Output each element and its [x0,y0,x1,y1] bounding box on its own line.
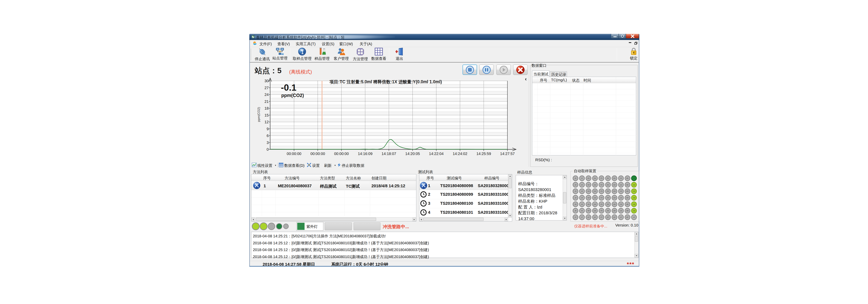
svg-text:E1: E1 [607,177,609,179]
svg-text:E5: E5 [607,203,609,205]
svg-text:I4: I4 [581,197,583,199]
svg-text:A5: A5 [633,203,635,205]
svg-text:H3: H3 [587,190,590,192]
svg-text:14:27:57: 14:27:57 [500,151,515,156]
svg-text:A1: A1 [633,177,635,179]
svg-text:A2: A2 [633,184,635,186]
svg-text:C7: C7 [620,216,622,218]
svg-text:E4: E4 [607,197,609,199]
svg-text:F3: F3 [600,190,602,192]
svg-text:B7: B7 [626,216,629,218]
svg-text:I7: I7 [581,216,583,218]
svg-text:J5: J5 [575,203,577,205]
svg-text:ppm(CO2): ppm(CO2) [281,93,304,98]
svg-text:F5: F5 [600,203,602,205]
svg-text:F4: F4 [600,197,602,199]
svg-text:14:25:59: 14:25:59 [476,151,491,156]
svg-text:H1: H1 [587,177,590,179]
svg-text:E6: E6 [607,210,609,212]
svg-text:C5: C5 [620,203,622,205]
svg-text:B1: B1 [626,177,628,179]
svg-text:J4: J4 [575,197,577,199]
svg-text:F2: F2 [600,184,602,186]
svg-text:D4: D4 [613,197,616,199]
svg-text:I2: I2 [581,184,583,186]
svg-text:B2: B2 [626,184,628,186]
svg-text:B5: B5 [626,203,629,205]
svg-text:E3: E3 [607,190,609,192]
svg-text:00:00:00: 00:00:00 [287,151,301,156]
svg-text:B4: B4 [626,197,628,199]
svg-text:G2: G2 [594,184,596,186]
svg-text:00:00:00: 00:00:00 [334,151,349,156]
svg-text:G3: G3 [594,190,596,192]
svg-text:H4: H4 [587,197,590,199]
svg-text:0: 0 [267,147,269,151]
svg-text:27: 27 [265,86,269,90]
svg-text:D1: D1 [613,177,616,179]
svg-text:00:00:00: 00:00:00 [310,151,325,156]
svg-text:B6: B6 [626,210,628,212]
svg-text:24: 24 [265,93,269,97]
svg-text:C3: C3 [620,190,622,192]
svg-text:18: 18 [265,106,269,110]
svg-text:14:16:09: 14:16:09 [358,151,373,156]
svg-text:H2: H2 [587,184,590,186]
svg-text:E7: E7 [607,216,609,218]
svg-text:I6: I6 [581,210,583,212]
svg-text:14:18:07: 14:18:07 [381,151,396,156]
svg-text:F1: F1 [600,177,602,179]
svg-text:G5: G5 [594,203,596,205]
svg-text:A4: A4 [633,197,635,199]
svg-text:6: 6 [267,134,269,138]
svg-text:9: 9 [267,127,269,131]
svg-text:C1: C1 [620,177,622,179]
svg-text:I5: I5 [581,203,583,205]
svg-text:D3: D3 [613,190,616,192]
svg-text:14:20:05: 14:20:05 [405,151,420,156]
svg-text:J3: J3 [575,190,577,192]
svg-text:21: 21 [265,99,269,104]
svg-text:15: 15 [265,113,269,117]
svg-text:B3: B3 [626,190,628,192]
svg-text:D2: D2 [613,184,616,186]
svg-text:14:24:02: 14:24:02 [453,151,467,156]
svg-text:C6: C6 [620,210,622,212]
svg-text:项目:TC 注射量:5.0ml 稀释倍数:1X 进酸量:Y: 项目:TC 注射量:5.0ml 稀释倍数:1X 进酸量:Y(0.0ml 1.0m… [329,79,442,84]
svg-text:ppm(CO2): ppm(CO2) [257,107,260,122]
svg-text:A6: A6 [633,210,635,212]
svg-text:H6: H6 [587,210,590,212]
svg-text:A3: A3 [633,190,635,192]
svg-text:G1: G1 [594,177,596,179]
svg-text:14:22:04: 14:22:04 [429,151,443,156]
svg-text:C2: C2 [620,184,622,186]
svg-text:J1: J1 [575,177,577,179]
svg-text:F6: F6 [600,210,602,212]
svg-text:G7: G7 [594,216,596,218]
svg-text:3: 3 [267,140,269,145]
svg-text:H7: H7 [587,216,590,218]
svg-text:G4: G4 [594,197,596,199]
svg-text:J2: J2 [575,184,577,186]
svg-text:30: 30 [265,79,269,83]
svg-text:D6: D6 [613,210,616,212]
svg-text:G6: G6 [594,210,596,212]
svg-text:H5: H5 [587,203,590,205]
svg-text:-0.1: -0.1 [281,82,297,93]
svg-text:J6: J6 [575,210,577,212]
svg-text:12: 12 [265,120,269,124]
svg-text:I1: I1 [581,177,583,179]
svg-text:D7: D7 [613,216,616,218]
svg-text:F7: F7 [600,216,602,218]
svg-text:D5: D5 [613,203,616,205]
svg-text:I3: I3 [581,190,583,192]
svg-text:J7: J7 [575,216,577,218]
svg-text:C4: C4 [620,197,622,199]
svg-text:A7: A7 [633,216,635,218]
svg-text:E2: E2 [607,184,609,186]
